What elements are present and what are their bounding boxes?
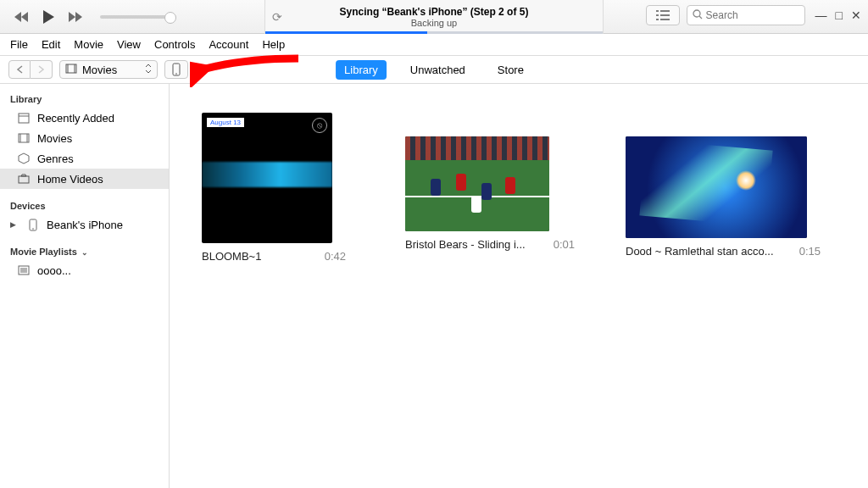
maximize-button[interactable]: □ xyxy=(836,8,843,22)
sidebar-devices-header: Devices xyxy=(0,197,169,214)
menu-controls[interactable]: Controls xyxy=(154,38,195,51)
svg-point-14 xyxy=(32,228,34,230)
phone-icon xyxy=(26,218,40,231)
sidebar-item-label: Home Videos xyxy=(37,173,103,186)
sidebar-playlist-item[interactable]: oooo... xyxy=(0,260,169,280)
sidebar-device-item[interactable]: ▶ Beank's iPhone xyxy=(0,214,169,235)
menu-file[interactable]: File xyxy=(10,38,28,51)
sidebar-item-label: Movies xyxy=(37,132,72,145)
category-label: Movies xyxy=(82,64,117,76)
video-title: BLOOMB~1 xyxy=(202,250,261,263)
chevron-updown-icon xyxy=(145,64,152,76)
unwatched-icon: ⦸ xyxy=(312,118,327,133)
body: Library Recently Added Movies Genres Hom… xyxy=(0,84,868,488)
status-lcd: ⟳ Syncing “Beank's iPhone” (Step 2 of 5)… xyxy=(264,0,604,34)
calendar-icon xyxy=(17,111,31,125)
sidebar-item-label: Beank's iPhone xyxy=(47,219,123,231)
window-controls: — □ ✕ xyxy=(815,8,861,22)
lcd-subtitle: Backing up xyxy=(265,18,603,28)
sidebar-item-genres[interactable]: Genres xyxy=(0,148,169,169)
playback-controls xyxy=(0,8,176,26)
home-video-icon xyxy=(17,172,31,186)
svg-rect-7 xyxy=(19,114,29,123)
list-view-button[interactable] xyxy=(646,5,680,25)
menu-bar: File Edit Movie View Controls Account He… xyxy=(0,34,868,56)
minimize-button[interactable]: — xyxy=(815,8,827,22)
thumbnail-badge: August 13 xyxy=(207,118,244,127)
sidebar: Library Recently Added Movies Genres Hom… xyxy=(0,84,170,488)
previous-button[interactable] xyxy=(12,8,31,26)
player-bar: ⟳ Syncing “Beank's iPhone” (Step 2 of 5)… xyxy=(0,0,868,34)
genres-icon xyxy=(17,152,31,165)
menu-movie[interactable]: Movie xyxy=(74,38,103,51)
sidebar-item-label: oooo... xyxy=(37,264,71,277)
video-card[interactable]: Bristol Bears - Sliding i... 0:01 xyxy=(405,113,566,251)
tab-store[interactable]: Store xyxy=(489,60,532,80)
tab-unwatched[interactable]: Unwatched xyxy=(402,60,474,80)
video-card[interactable]: August 13 ⦸ BLOOMB~1 0:42 xyxy=(202,113,346,263)
playlist-icon xyxy=(17,263,31,277)
tab-library[interactable]: Library xyxy=(336,60,387,80)
play-button[interactable] xyxy=(39,8,58,26)
lcd-title: Syncing “Beank's iPhone” (Step 2 of 5) xyxy=(265,6,603,18)
video-thumbnail xyxy=(405,136,549,231)
menu-account[interactable]: Account xyxy=(209,38,248,51)
close-button[interactable]: ✕ xyxy=(851,8,861,22)
back-button[interactable] xyxy=(8,60,31,79)
right-tools: — □ ✕ xyxy=(646,5,861,25)
sync-progress xyxy=(265,31,603,34)
search-icon xyxy=(693,9,703,22)
svg-rect-12 xyxy=(19,176,29,183)
volume-slider[interactable] xyxy=(100,15,176,19)
video-thumbnail: August 13 ⦸ xyxy=(202,113,332,243)
sync-icon: ⟳ xyxy=(272,10,282,24)
svg-point-6 xyxy=(175,73,177,75)
sidebar-playlists-header[interactable]: Movie Playlists ⌄ xyxy=(0,243,169,260)
category-select[interactable]: Movies xyxy=(59,60,158,79)
content-grid: August 13 ⦸ BLOOMB~1 0:42 Bristol Bears … xyxy=(170,84,868,488)
toolbar: Movies Library Unwatched Store xyxy=(0,56,868,84)
nav-buttons xyxy=(8,60,53,79)
menu-help[interactable]: Help xyxy=(262,38,285,51)
video-title: Dood ~ Ramlethal stan acco... xyxy=(626,245,774,258)
chevron-down-icon: ⌄ xyxy=(81,248,88,257)
film-icon xyxy=(17,131,31,145)
menu-view[interactable]: View xyxy=(117,38,141,51)
disclosure-triangle-icon[interactable]: ▶ xyxy=(10,220,16,229)
video-title: Bristol Bears - Sliding i... xyxy=(405,238,526,251)
view-tabs: Library Unwatched Store xyxy=(336,60,532,80)
sidebar-library-header: Library xyxy=(0,91,169,108)
forward-button[interactable] xyxy=(31,60,53,79)
sidebar-item-label: Genres xyxy=(37,152,74,165)
sidebar-item-home-videos[interactable]: Home Videos xyxy=(0,169,169,189)
video-thumbnail xyxy=(626,136,807,238)
annotation-arrow xyxy=(190,53,300,87)
svg-line-1 xyxy=(699,16,702,19)
video-duration: 0:42 xyxy=(325,250,346,263)
video-duration: 0:15 xyxy=(799,245,821,258)
search-box[interactable] xyxy=(687,5,805,25)
film-icon xyxy=(65,64,77,76)
video-card[interactable]: Dood ~ Ramlethal stan acco... 0:15 xyxy=(626,113,821,258)
sidebar-item-movies[interactable]: Movies xyxy=(0,128,169,148)
svg-point-0 xyxy=(693,10,700,17)
menu-edit[interactable]: Edit xyxy=(42,38,60,51)
search-input[interactable] xyxy=(706,9,799,21)
video-duration: 0:01 xyxy=(554,238,575,251)
sidebar-item-label: Recently Added xyxy=(37,112,114,125)
sidebar-item-recently-added[interactable]: Recently Added xyxy=(0,108,169,128)
next-button[interactable] xyxy=(66,8,85,26)
device-button[interactable] xyxy=(164,60,188,79)
